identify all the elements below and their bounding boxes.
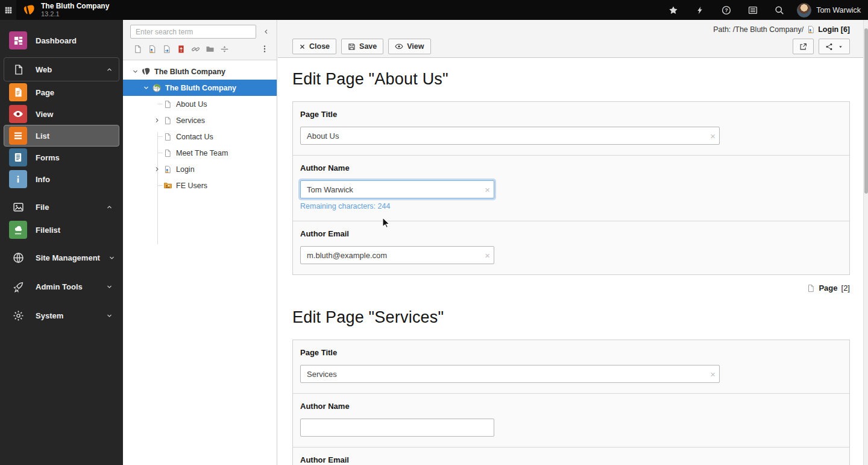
clear-icon[interactable]: × [710, 370, 715, 379]
sidebar-item-forms[interactable]: Forms [4, 147, 119, 168]
share-button[interactable] [819, 39, 850, 54]
sidebar-item-file[interactable]: File [4, 195, 119, 219]
tree-node-the-bluth-company[interactable]: The Bluth Company [123, 80, 277, 96]
record-info: Page [2] [292, 283, 850, 293]
sidebar-item-system[interactable]: System [4, 303, 119, 327]
folder-users-icon [162, 181, 174, 190]
tree-node-label: FE Users [176, 182, 207, 190]
page-title-input[interactable] [300, 365, 720, 383]
user-menu[interactable]: Tom Warwick [797, 3, 861, 17]
doc-header-buttons: Close Save View [292, 39, 431, 54]
vertical-scrollbar[interactable] [863, 20, 868, 465]
chevron-right-icon[interactable] [152, 117, 162, 124]
field-label: Author Name [300, 163, 842, 172]
page-user-icon [807, 25, 815, 34]
search-button[interactable] [770, 2, 788, 18]
tree-node-contact-us[interactable]: Contact Us [123, 128, 277, 145]
tree-node-label: The Bluth Company [154, 68, 225, 76]
bolt-icon [696, 6, 704, 14]
field-label: Page Title [300, 110, 842, 119]
chevron-down-icon[interactable] [130, 68, 140, 75]
view-button[interactable]: View [388, 39, 430, 54]
new-divider-button[interactable] [217, 43, 231, 55]
field-page-title: Page Title × [293, 340, 849, 393]
module-menu-toggle-button[interactable] [0, 0, 16, 20]
sidebar-item-admin-tools[interactable]: Admin Tools [4, 274, 119, 299]
save-button[interactable]: Save [341, 39, 383, 54]
page-tree: The Bluth Company The Bluth Company Abou… [123, 60, 277, 194]
page-user-icon [162, 165, 174, 174]
new-page-red-button[interactable] [174, 43, 188, 55]
sidebar-item-filelist[interactable]: Filelist [4, 219, 119, 241]
external-link-button[interactable] [793, 39, 814, 54]
tree-node-about-us[interactable]: About Us [123, 96, 277, 112]
page-module-icon [9, 83, 27, 101]
tree-node-login[interactable]: Login [123, 161, 277, 177]
tree-node-fe-users[interactable]: FE Users [123, 177, 277, 194]
page-title-input[interactable] [300, 127, 720, 145]
sidebar-item-web[interactable]: Web [4, 57, 119, 81]
scrollbar-thumb[interactable] [864, 28, 868, 194]
tree-connector-tick [157, 136, 163, 137]
typo3-logo-icon [22, 4, 36, 17]
clear-icon[interactable]: × [485, 185, 490, 194]
module-menu: Dashboard Web Page View List Forms Info … [0, 20, 123, 465]
sidebar-item-site-management[interactable]: Site Management [4, 245, 119, 270]
sidebar-item-label: System [36, 311, 98, 320]
bolt-button[interactable] [691, 2, 709, 18]
new-page-user-icon [148, 45, 157, 54]
sidebar-item-dashboard[interactable]: Dashboard [4, 28, 119, 52]
new-page-user-button[interactable] [145, 43, 159, 55]
tree-search-input[interactable] [130, 25, 256, 39]
new-page-button[interactable] [130, 43, 145, 55]
button-label: View [407, 42, 424, 51]
list-alt-button[interactable] [744, 2, 762, 18]
sidebar-item-view[interactable]: View [4, 103, 119, 125]
dashboard-icon [9, 31, 27, 49]
sidebar-item-label: File [36, 203, 98, 212]
clear-icon[interactable]: × [485, 251, 490, 260]
view-module-icon [9, 105, 27, 123]
sidebar-item-label: Page [36, 88, 115, 97]
tree-node-label: The Bluth Company [165, 84, 236, 92]
author-name-input[interactable] [300, 419, 494, 437]
help-icon: ? [722, 5, 731, 15]
chevron-down-icon[interactable] [141, 84, 151, 91]
globe-icon [9, 248, 27, 267]
new-link-button[interactable] [188, 43, 203, 55]
chevron-right-icon[interactable] [152, 166, 162, 172]
sidebar-item-info[interactable]: Info [4, 168, 119, 190]
sidebar-item-label: Info [36, 175, 115, 184]
author-email-input[interactable] [300, 246, 494, 264]
user-name: Tom Warwick [816, 6, 861, 14]
typo3-badge-icon [140, 67, 152, 77]
new-folder-icon [206, 45, 215, 54]
new-folder-button[interactable] [203, 43, 217, 55]
collapse-tree-button[interactable] [260, 25, 272, 39]
tree-node-meet-the-team[interactable]: Meet The Team [123, 145, 277, 161]
app-logo[interactable]: The Bluth Company 13.2.1 [16, 2, 123, 17]
tree-node-the-bluth-company[interactable]: The Bluth Company [123, 63, 277, 80]
save-icon [348, 43, 356, 51]
new-shortcut-button[interactable] [159, 43, 174, 55]
field-author-email: Author Email [293, 447, 849, 465]
file-image-icon [9, 198, 27, 216]
record-type: Page [819, 283, 837, 293]
clear-icon[interactable]: × [710, 131, 715, 141]
star-button[interactable] [664, 2, 682, 18]
new-link-icon [191, 45, 200, 54]
new-shortcut-icon [162, 45, 171, 54]
close-button[interactable]: Close [292, 39, 336, 54]
avatar [797, 3, 811, 17]
tree-menu-button[interactable] [257, 43, 272, 55]
tree-node-services[interactable]: Services [123, 112, 277, 128]
dots-vertical-icon [260, 45, 269, 53]
sidebar-item-list[interactable]: List [4, 125, 119, 147]
page-heading: Edit Page "About Us" [292, 70, 850, 89]
chevron-up-icon [106, 66, 113, 73]
field-label: Author Email [300, 455, 842, 464]
sidebar-item-page[interactable]: Page [4, 81, 119, 103]
author-name-input[interactable] [300, 180, 494, 198]
new-page-icon [133, 45, 142, 54]
help-button[interactable]: ? [717, 2, 735, 18]
